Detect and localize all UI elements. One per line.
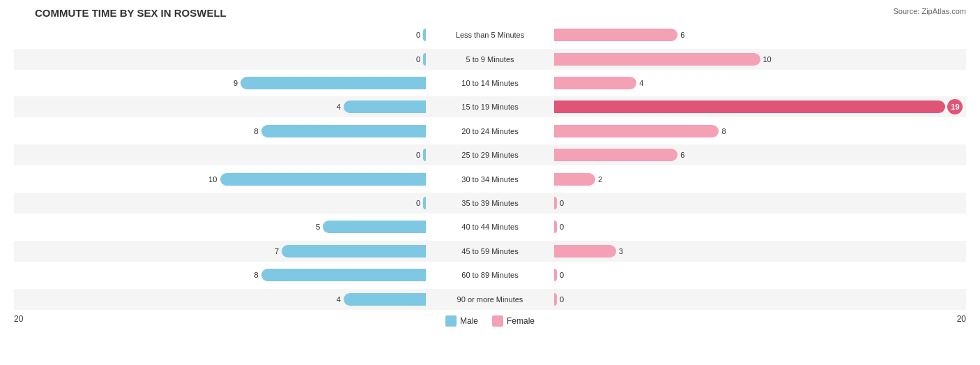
male-bar	[344, 100, 426, 113]
female-bar-area: 2	[553, 173, 966, 186]
female-bar	[554, 269, 557, 281]
female-bar	[554, 53, 760, 66]
female-value-label: 6	[680, 31, 684, 39]
male-bar-area: 5	[14, 221, 427, 233]
male-bar-area: 8	[14, 125, 427, 137]
table-row: 745 to 59 Minutes3	[14, 241, 966, 262]
female-value-label: 0	[560, 223, 564, 231]
table-row: 035 to 39 Minutes0	[14, 193, 966, 214]
row-label: 5 to 9 Minutes	[427, 55, 553, 64]
legend-male-label: Male	[460, 316, 478, 326]
male-bar	[240, 77, 426, 89]
male-bar	[323, 221, 426, 233]
table-row: 025 to 29 Minutes6	[14, 144, 966, 165]
male-value-label: 8	[254, 127, 258, 135]
female-bar-area: 0	[553, 221, 966, 233]
male-value-label: 0	[416, 55, 420, 64]
female-value-label: 10	[763, 55, 772, 64]
table-row: 1030 to 34 Minutes2	[14, 169, 966, 190]
axis-left-label: 20	[14, 314, 23, 324]
female-color-box	[492, 315, 503, 327]
female-bar-area: 19	[553, 99, 966, 114]
female-bar-area: 3	[553, 245, 966, 258]
female-value-label: 0	[560, 271, 564, 279]
female-highlight-value: 19	[947, 99, 963, 114]
male-bar	[423, 197, 426, 209]
female-bar	[554, 221, 557, 233]
female-value-label: 0	[560, 199, 564, 207]
male-value-label: 0	[416, 151, 420, 159]
row-label: 60 to 89 Minutes	[427, 271, 553, 279]
female-bar	[554, 125, 719, 137]
female-value-label: 3	[619, 247, 623, 255]
female-bar	[554, 293, 557, 306]
male-bar	[261, 269, 426, 281]
row-label: 15 to 19 Minutes	[427, 103, 553, 111]
male-bar-area: 0	[14, 197, 427, 209]
bottom-row: 20 Male Female 20	[14, 311, 966, 327]
legend: Male Female	[445, 315, 535, 327]
female-bar-area: 8	[553, 125, 966, 137]
table-row: 490 or more Minutes0	[14, 289, 966, 310]
row-label: Less than 5 Minutes	[427, 31, 553, 39]
male-bar-area: 10	[14, 173, 427, 186]
chart-container: COMMUTE TIME BY SEX IN ROSWELL Source: Z…	[0, 0, 980, 365]
male-bar	[344, 293, 426, 306]
female-bar	[554, 77, 636, 89]
row-label: 25 to 29 Minutes	[427, 151, 553, 159]
female-bar-area: 0	[553, 293, 966, 306]
female-bar	[554, 245, 616, 258]
row-label: 30 to 34 Minutes	[427, 175, 553, 184]
male-value-label: 4	[337, 103, 341, 111]
row-label: 35 to 39 Minutes	[427, 199, 553, 207]
table-row: 0Less than 5 Minutes6	[14, 24, 966, 45]
male-bar-area: 9	[14, 77, 427, 89]
legend-female: Female	[492, 315, 535, 327]
chart-area: 0Less than 5 Minutes605 to 9 Minutes1091…	[14, 23, 966, 311]
table-row: 05 to 9 Minutes10	[14, 49, 966, 70]
male-bar	[423, 53, 426, 66]
female-bar-area: 6	[553, 29, 966, 41]
male-bar-area: 0	[14, 29, 427, 41]
male-value-label: 0	[416, 31, 420, 39]
male-bar	[282, 245, 426, 258]
male-value-label: 9	[233, 79, 238, 87]
female-value-label: 2	[598, 175, 602, 184]
male-bar	[423, 29, 426, 41]
legend-male: Male	[445, 315, 478, 327]
row-label: 40 to 44 Minutes	[427, 223, 553, 231]
female-bar-area: 6	[553, 149, 966, 161]
male-bar	[220, 173, 427, 186]
table-row: 820 to 24 Minutes8	[14, 121, 966, 142]
female-bar-area: 0	[553, 269, 966, 281]
legend-female-label: Female	[507, 316, 535, 326]
female-bar-area: 4	[553, 77, 966, 89]
male-bar-area: 4	[14, 100, 427, 113]
rows-container: 0Less than 5 Minutes605 to 9 Minutes1091…	[14, 23, 966, 311]
male-bar-area: 7	[14, 245, 427, 258]
female-bar	[554, 197, 557, 209]
female-bar-area: 10	[553, 53, 966, 66]
male-value-label: 8	[254, 271, 258, 279]
male-color-box	[445, 315, 457, 327]
chart-title: COMMUTE TIME BY SEX IN ROSWELL	[35, 7, 966, 19]
male-value-label: 7	[275, 247, 279, 255]
source-label: Source: ZipAtlas.com	[893, 7, 966, 15]
female-bar	[554, 173, 595, 186]
female-bar	[554, 149, 677, 161]
row-label: 45 to 59 Minutes	[427, 247, 553, 255]
female-bar-area: 0	[553, 197, 966, 209]
female-value-label: 8	[721, 127, 726, 135]
table-row: 540 to 44 Minutes0	[14, 216, 966, 237]
male-bar-area: 0	[14, 53, 427, 66]
male-bar	[423, 149, 426, 161]
table-row: 415 to 19 Minutes19	[14, 96, 966, 117]
male-value-label: 10	[208, 175, 217, 184]
male-bar-area: 4	[14, 293, 427, 306]
female-value-label: 4	[639, 79, 643, 87]
female-value-label: 6	[680, 151, 684, 159]
male-bar-area: 0	[14, 149, 427, 161]
female-bar	[554, 29, 677, 41]
female-value-label: 0	[560, 295, 564, 304]
row-label: 90 or more Minutes	[427, 295, 553, 304]
